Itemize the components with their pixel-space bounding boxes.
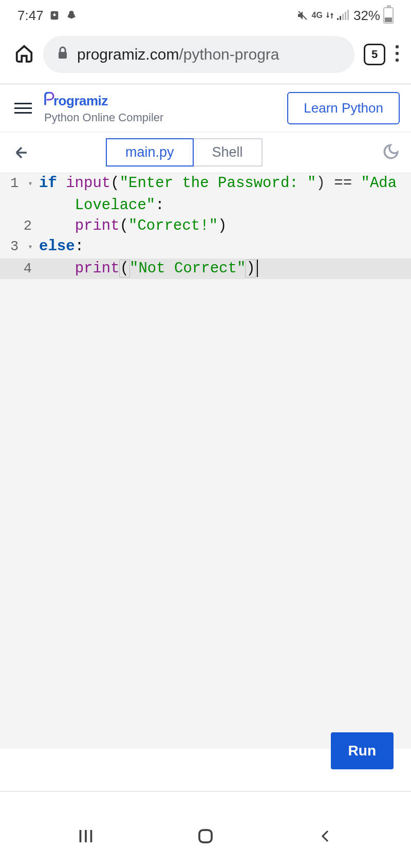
fold-arrow-icon[interactable]: ▾ [28,179,33,189]
hamburger-menu-icon[interactable] [11,100,35,117]
site-logo[interactable]: rogramiz Python Online Compiler [44,92,163,124]
code-line[interactable]: 3 ▾ else: [0,236,411,258]
home-button[interactable] [185,827,226,845]
status-right: 4G 32% [296,7,394,24]
android-nav-bar [0,811,411,868]
svg-rect-14 [199,830,212,842]
svg-rect-3 [340,16,341,20]
fold-arrow-icon[interactable]: ▾ [28,243,33,252]
site-header: rogramiz Python Online Compiler Learn Py… [0,85,411,132]
svg-rect-2 [337,18,339,20]
site-subtitle: Python Online Compiler [44,111,163,124]
logo-text: rogramiz [53,93,108,108]
battery-icon [383,7,394,24]
learn-python-button[interactable]: Learn Python [287,92,400,124]
svg-rect-7 [59,52,67,59]
code-line[interactable]: 1 ▾ if input("Enter the Password: ") == … [0,173,411,195]
text-cursor [257,260,258,277]
back-button[interactable] [305,827,346,845]
svg-rect-6 [347,10,349,20]
dark-mode-icon[interactable] [382,143,400,162]
line-number: 4 [0,258,36,279]
logo-p-icon [44,92,53,109]
status-time: 7:47 [17,8,44,24]
data-arrows-icon [326,10,334,21]
url-text: programiz.com/python-progra [77,46,279,63]
browser-toolbar: programiz.com/python-progra 5 [0,29,411,83]
run-button[interactable]: Run [331,732,394,769]
editor-tab-row: main.py Shell [0,132,411,173]
svg-point-8 [396,45,399,48]
mute-icon [296,9,309,22]
android-status-bar: 7:47 4G 32% [0,0,411,29]
network-type: 4G [312,11,323,20]
address-bar[interactable]: programiz.com/python-progra [43,36,354,73]
line-number: 3 ▾ [0,236,36,258]
signal-icon [337,10,350,21]
line-number: 2 [0,216,36,236]
tab-shell[interactable]: Shell [194,138,263,167]
tab-group: main.py Shell [106,138,263,167]
status-left: 7:47 [17,8,78,24]
chrome-home-icon[interactable] [14,44,34,65]
code-line[interactable]: 2 print("Correct!") [0,216,411,236]
download-icon [49,10,60,21]
back-arrow-icon[interactable] [11,144,32,161]
chrome-menu-icon[interactable] [395,44,400,65]
battery-percent: 32% [353,8,380,24]
code-line[interactable]: 4 print("Not Correct") [0,258,411,279]
code-editor[interactable]: 1 ▾ if input("Enter the Password: ") == … [0,173,411,749]
svg-point-10 [396,59,399,62]
tab-main-py[interactable]: main.py [106,138,194,167]
tab-count-button[interactable]: 5 [364,44,385,65]
svg-point-9 [396,52,399,55]
lock-icon [57,46,69,64]
snapchat-icon [65,9,78,22]
svg-rect-5 [345,12,346,20]
svg-rect-4 [342,14,344,20]
divider [0,791,411,792]
recents-button[interactable] [65,827,106,845]
line-number: 1 ▾ [0,173,36,195]
code-line-wrap[interactable]: Lovelace": [0,195,411,216]
